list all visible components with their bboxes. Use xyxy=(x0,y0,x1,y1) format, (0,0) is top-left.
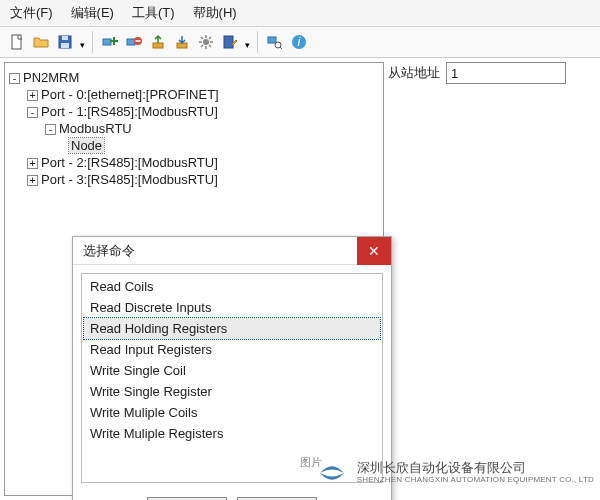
search-device-icon[interactable] xyxy=(264,31,286,53)
collapse-icon[interactable]: - xyxy=(27,107,38,118)
svg-rect-5 xyxy=(127,39,135,45)
tree-port0[interactable]: Port - 0:[ethernet]:[PROFINET] xyxy=(41,87,219,102)
svg-point-10 xyxy=(203,39,209,45)
company-logo-icon xyxy=(315,456,349,490)
download-icon[interactable] xyxy=(171,31,193,53)
svg-rect-2 xyxy=(62,36,68,40)
list-item[interactable]: Read Discrete Inputs xyxy=(84,297,380,318)
svg-rect-3 xyxy=(61,43,69,48)
list-item[interactable]: Write Muliple Registers xyxy=(84,423,380,444)
tree-modbus[interactable]: ModbusRTU xyxy=(59,121,132,136)
svg-rect-4 xyxy=(103,39,111,45)
edit-dropdown-icon[interactable]: ▾ xyxy=(243,34,251,50)
info-icon[interactable]: i xyxy=(288,31,310,53)
tree-root[interactable]: PN2MRM xyxy=(23,70,79,85)
list-item[interactable]: Write Single Coil xyxy=(84,360,380,381)
svg-rect-7 xyxy=(136,40,141,42)
svg-rect-12 xyxy=(268,37,276,43)
remove-node-icon[interactable] xyxy=(123,31,145,53)
new-file-icon[interactable] xyxy=(6,31,28,53)
menubar: 文件(F) 编辑(E) 工具(T) 帮助(H) xyxy=(0,0,600,27)
watermark: 深圳长欣自动化设备有限公司 SHENZHEN CHANGXIN AUTOMATI… xyxy=(315,456,594,490)
dialog-title: 选择命令 xyxy=(83,242,135,260)
edit-sheet-icon[interactable] xyxy=(219,31,241,53)
tree-port1[interactable]: Port - 1:[RS485]:[ModbusRTU] xyxy=(41,104,218,119)
list-item[interactable]: Read Holding Registers xyxy=(84,318,380,339)
toolbar: ▾ ▾ i xyxy=(0,27,600,58)
slave-address-input[interactable] xyxy=(446,62,566,84)
collapse-icon[interactable]: - xyxy=(45,124,56,135)
settings-icon[interactable] xyxy=(195,31,217,53)
properties-panel: 从站地址 xyxy=(388,62,596,496)
upload-icon[interactable] xyxy=(147,31,169,53)
list-item[interactable]: Write Single Register xyxy=(84,381,380,402)
svg-rect-11 xyxy=(224,36,233,48)
tree-port3[interactable]: Port - 3:[RS485]:[ModbusRTU] xyxy=(41,172,218,187)
svg-rect-0 xyxy=(12,35,21,49)
command-list[interactable]: Read Coils Read Discrete Inputs Read Hol… xyxy=(81,273,383,483)
separator xyxy=(257,31,258,53)
list-item[interactable]: Write Muliple Coils xyxy=(84,402,380,423)
list-item[interactable]: Read Coils xyxy=(84,276,380,297)
menu-tools[interactable]: 工具(T) xyxy=(132,4,175,22)
list-item[interactable]: Read Input Registers xyxy=(84,339,380,360)
menu-edit[interactable]: 编辑(E) xyxy=(71,4,114,22)
collapse-icon[interactable]: - xyxy=(9,73,20,84)
separator xyxy=(92,31,93,53)
expand-icon[interactable]: + xyxy=(27,175,38,186)
svg-rect-8 xyxy=(153,43,163,48)
save-icon[interactable] xyxy=(54,31,76,53)
expand-icon[interactable]: + xyxy=(27,90,38,101)
close-icon[interactable]: ✕ xyxy=(357,237,391,265)
tree-node[interactable]: Node xyxy=(69,138,104,153)
expand-icon[interactable]: + xyxy=(27,158,38,169)
slave-address-label: 从站地址 xyxy=(388,64,440,82)
watermark-cn: 深圳长欣自动化设备有限公司 xyxy=(357,461,594,475)
save-dropdown-icon[interactable]: ▾ xyxy=(78,34,86,50)
open-folder-icon[interactable] xyxy=(30,31,52,53)
menu-help[interactable]: 帮助(H) xyxy=(193,4,237,22)
tree-port2[interactable]: Port - 2:[RS485]:[ModbusRTU] xyxy=(41,155,218,170)
watermark-en: SHENZHEN CHANGXIN AUTOMATION EQUIPMENT C… xyxy=(357,476,594,485)
menu-file[interactable]: 文件(F) xyxy=(10,4,53,22)
add-node-icon[interactable] xyxy=(99,31,121,53)
